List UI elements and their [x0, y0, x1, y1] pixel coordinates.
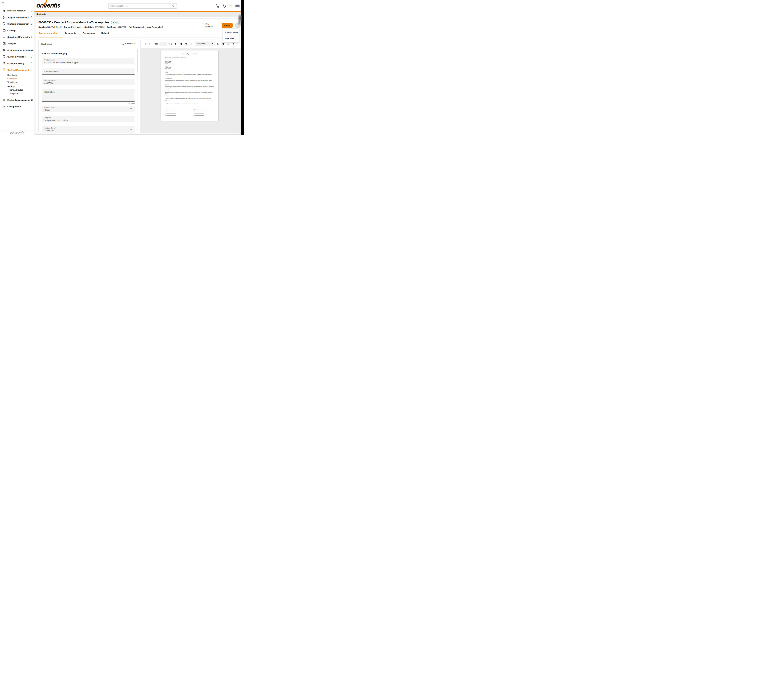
sidebar-item-label: Contract Management — [7, 69, 29, 71]
section-collapse-caret-icon[interactable] — [129, 53, 131, 54]
zoom-in-icon[interactable] — [190, 40, 193, 48]
sidebar-item-label: Strategic procurement — [7, 23, 29, 25]
template-select[interactable]: Template Template Goods contracts — [42, 116, 135, 122]
section-title: General Information (10) — [42, 53, 67, 55]
cart-button[interactable] — [216, 4, 220, 8]
chevron-right-icon — [31, 62, 33, 64]
page-number-input-wrap — [159, 40, 167, 48]
shopping-cart-icon — [2, 35, 6, 39]
attributes-scrollbar-thumb[interactable] — [137, 49, 137, 73]
bar-chart-icon — [2, 42, 6, 45]
sidebar-item-analytics[interactable]: Analytics — [0, 40, 34, 47]
zoom-out-icon[interactable] — [185, 40, 188, 48]
search-icon[interactable] — [172, 4, 175, 8]
more-actions-menu: Change owner Deactivate — [223, 29, 239, 42]
page-count-label: of 1 — [168, 40, 172, 48]
next-page-button[interactable] — [175, 40, 177, 48]
zoom-mode-select[interactable]: Automatic ... — [195, 42, 215, 47]
open-book-icon — [2, 29, 6, 32]
page-title: 00000035 - Contract for provision of off… — [39, 21, 109, 24]
dropdown-arrow-icon — [130, 119, 132, 120]
breadcrumb[interactable]: Contracts — [36, 12, 46, 17]
description-char-counter: 0 / 1000 — [42, 102, 135, 104]
pdf-section-body: Prices shall be as stated in the Purchas… — [165, 80, 214, 82]
pdf-section-body: Either party may terminate this Agreemen… — [165, 98, 214, 99]
sidebar-item-operational-purchasing[interactable]: Operational Purchasing — [0, 34, 34, 40]
sidebar-item-contract-management[interactable]: § Contract Management — [0, 67, 34, 73]
chevron-right-icon — [31, 23, 33, 25]
attributes-panel-header: 29 Attributes Collapse all — [39, 40, 138, 48]
sidebar-item-master-data-management[interactable]: Master data management — [0, 97, 34, 103]
avatar[interactable]: CM — [235, 4, 240, 8]
sidebar-subitem-dashboard[interactable]: Dashboard — [7, 73, 34, 77]
page-number-input[interactable] — [159, 42, 167, 46]
internal-number-field[interactable]: Internal number* 00000034 — [42, 79, 135, 85]
tab-related[interactable]: Related — [101, 32, 109, 36]
chevron-right-icon — [31, 16, 33, 18]
sidebar-item-strategic-procurement[interactable]: Strategic procurement — [0, 20, 34, 27]
sidebar-item-label: Quotes & Auctions — [7, 56, 26, 58]
contract-name-field[interactable]: Contract name* Contract for provision of… — [42, 58, 135, 64]
catalog-search — [108, 3, 177, 9]
pdf-signature-block: For BüroWelt GmbH Name: Title: Date: For… — [165, 107, 214, 116]
contract-type-select[interactable]: Contract type* Goods — [42, 106, 135, 112]
external-number-field[interactable]: External number — [42, 68, 135, 75]
tab-permissions[interactable]: Permissions — [82, 32, 95, 36]
sidebar-item-label: Order processing — [7, 62, 24, 65]
chevron-right-icon — [32, 99, 33, 101]
sidebar-subitem-contracts[interactable]: Contracts — [7, 77, 34, 81]
renew-button[interactable]: Renew — [222, 23, 233, 28]
meta-renewals: # of Renewals : 3 — [129, 26, 145, 28]
sidebar-subitem-templates[interactable]: Templates — [7, 81, 34, 84]
sidebar-item-order-processing[interactable]: Order processing — [0, 60, 34, 67]
gear-icon — [2, 105, 6, 108]
chevron-right-icon — [31, 36, 33, 38]
previous-page-button[interactable] — [148, 40, 150, 48]
hamburger-menu-icon[interactable] — [2, 2, 5, 5]
first-page-button[interactable] — [144, 40, 146, 48]
handshake-document-icon — [2, 22, 6, 26]
contract-owner-select[interactable]: Contract Owner* James Blue — [42, 126, 135, 133]
sidebar-item-label: Customer Administration — [7, 49, 32, 51]
menu-item-deactivate[interactable]: Deactivate — [223, 36, 239, 41]
tab-general-information[interactable]: General Information — [39, 32, 58, 36]
dropdown-arrow-icon — [130, 108, 132, 110]
sidebar-item-catalogs[interactable]: Catalogs — [0, 27, 34, 34]
sidebar-item-quotes-auctions[interactable]: Quotes & Auctions — [0, 53, 34, 60]
help-button[interactable]: ? — [229, 4, 233, 8]
sidebar-subitem-settings-templates[interactable]: Templates — [7, 92, 34, 95]
sidebar-subitem-core-attributes[interactable]: Core Attributes — [7, 88, 34, 92]
collapse-all-icon — [122, 42, 124, 45]
pdf-section-heading: 4. Warranty — [165, 90, 214, 91]
sidebar-item-label: Operational Purchasing — [7, 36, 30, 38]
chevron-right-icon — [31, 56, 33, 57]
dropdown-arrow-icon — [130, 129, 132, 130]
logo-check-icon — [43, 0, 48, 6]
description-field[interactable]: Description — [42, 89, 135, 102]
tab-documents[interactable]: Documents — [65, 32, 76, 36]
screen-edge-noise-artifact — [236, 13, 242, 25]
sidebar-item-customer-administration[interactable]: Customer Administration — [0, 47, 34, 53]
meta-owner: Owner: Chloé Martin — [64, 26, 82, 28]
top-bar: onventis ? CM — [34, 0, 241, 12]
sidebar-item-configuration[interactable]: Configuration — [0, 103, 34, 110]
search-input[interactable] — [110, 3, 170, 8]
last-page-button[interactable] — [180, 40, 182, 48]
person-icon — [2, 48, 6, 52]
sidebar-item-supplier-management[interactable]: Supplier management — [0, 14, 34, 20]
meta-start-date: Start Date: 15/02/2025 — [84, 26, 104, 28]
breadcrumb-bar: Contracts — [34, 12, 241, 17]
pdf-section-body: The Supplier agrees to deliver the goods… — [165, 74, 214, 76]
sidebar-item-label: Configuration — [7, 106, 21, 108]
sidebar-item-label: Analytics — [7, 42, 17, 45]
sidebar-item-assistbee[interactable]: Onventis AssistBee — [0, 7, 34, 14]
sidebar-subitem-settings[interactable]: Settings — [7, 84, 34, 88]
menu-item-change-owner[interactable]: Change owner — [223, 30, 239, 36]
select-tool-button[interactable] — [217, 40, 219, 48]
sidebar-item-label: Catalogs — [7, 29, 16, 32]
notifications-bell-button[interactable] — [222, 4, 227, 8]
pdf-page[interactable]: Standard Agreement - Goods This Agreemen… — [161, 50, 218, 121]
edit-contract-button[interactable]: Edit contract — [203, 23, 219, 28]
collapse-all-button[interactable]: Collapse all — [122, 42, 135, 45]
pdf-section-heading: 1. Scope — [165, 71, 214, 73]
